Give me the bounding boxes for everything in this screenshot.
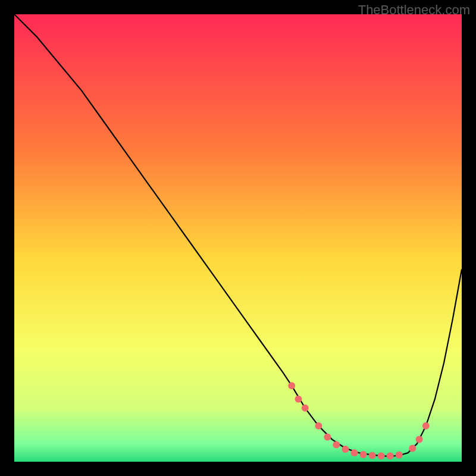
chart-svg — [14, 14, 462, 462]
valley-marker — [409, 444, 416, 452]
valley-marker — [342, 446, 349, 453]
valley-marker — [378, 452, 385, 459]
valley-marker — [360, 451, 367, 458]
valley-marker — [396, 452, 403, 459]
valley-marker — [288, 382, 295, 389]
chart-canvas — [14, 14, 462, 462]
valley-marker — [387, 452, 394, 459]
valley-marker — [333, 441, 340, 448]
valley-marker — [315, 422, 322, 430]
gradient-background — [14, 14, 462, 462]
watermark-label: TheBottleneck.com — [358, 2, 470, 18]
valley-marker — [302, 405, 309, 412]
valley-marker — [422, 422, 430, 430]
valley-marker — [416, 436, 423, 443]
valley-marker — [351, 449, 358, 456]
valley-marker — [295, 396, 302, 403]
valley-marker — [369, 452, 376, 459]
valley-marker — [324, 434, 331, 441]
